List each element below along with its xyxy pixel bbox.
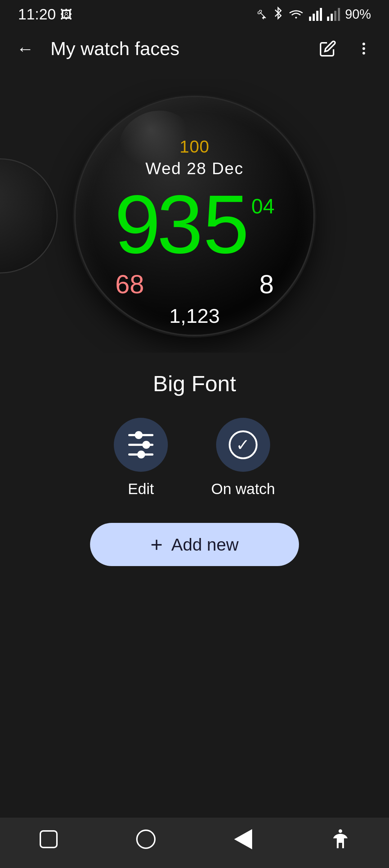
slider-line-2 [128,444,153,446]
key-icon: 🗝 [254,6,271,23]
sliders-icon [128,434,153,456]
toolbar-actions [313,34,378,63]
edit-button[interactable] [313,34,342,63]
signal-icon-1 [309,8,322,21]
on-watch-action-item[interactable]: ✓ On watch [211,418,275,498]
pencil-icon [319,40,336,57]
status-time: 11:20 [18,6,56,23]
more-options-button[interactable] [349,34,378,63]
add-new-section: + Add new [0,523,389,566]
battery-text: 90% [345,7,371,22]
watch-face-prev[interactable]: ♥ 68 1,123 ≋ 8 [0,158,58,273]
svg-point-8 [362,43,365,45]
watch-metric-left: 68 [115,270,144,299]
navigation-bar [0,818,389,868]
recent-apps-icon [40,830,58,848]
svg-point-9 [362,47,365,50]
on-watch-circle: ✓ [216,418,270,472]
app-bar: ← My watch faces [0,29,389,68]
add-new-button[interactable]: + Add new [90,523,299,566]
watch-minute: 35 [157,183,249,266]
back-arrow-icon: ← [17,39,34,59]
svg-rect-4 [327,17,329,21]
on-watch-label: On watch [211,480,275,498]
check-circle-icon: ✓ [229,430,258,459]
watch-face-content: 100 Wed 28 Dec 9 35 04 68 8 1,123 [76,97,313,335]
recent-apps-button[interactable] [31,825,67,854]
svg-point-10 [362,52,365,54]
home-icon [136,829,156,849]
accessibility-icon [330,828,351,850]
svg-rect-3 [320,8,322,21]
watch-face-name-section: Big Font [0,371,389,396]
watch-top-number: 100 [179,137,209,157]
signal-icon-2 [327,8,340,21]
watch-time-display: 9 35 04 [115,183,274,266]
status-time-group: 11:20 🖼 [18,6,72,23]
action-buttons: Edit ✓ On watch [0,418,389,498]
svg-rect-6 [334,11,336,21]
home-button[interactable] [128,825,164,854]
prev-watch-content: ♥ 68 1,123 ≋ 8 [0,159,57,272]
back-nav-icon [234,829,252,849]
svg-rect-0 [309,17,311,21]
back-nav-button[interactable] [225,825,261,854]
svg-rect-7 [338,8,340,21]
watch-metric-right: 8 [259,270,274,299]
status-image-icon: 🖼 [60,8,72,22]
slider-line-3 [128,453,153,456]
bluetooth-icon [273,6,283,22]
svg-rect-5 [331,14,333,21]
edit-label: Edit [128,480,154,498]
watch-face-name: Big Font [153,371,236,396]
add-new-plus-icon: + [151,534,163,555]
wifi-icon [288,8,304,21]
watch-metrics-row: 68 8 [76,270,313,299]
status-icons-group: 🗝 90% [256,6,371,22]
status-bar: 11:20 🖼 🗝 90% [0,0,389,29]
page-title: My watch faces [50,38,306,59]
watch-face-prev-inner: ♥ 68 1,123 ≋ 8 [0,159,57,272]
checkmark: ✓ [236,437,250,453]
watch-face-carousel: ♥ 68 1,123 ≋ 8 100 Wed 28 Dec 9 35 04 68… [0,79,389,353]
accessibility-button[interactable] [322,825,358,854]
back-button[interactable]: ← [11,34,40,63]
watch-date: Wed 28 Dec [146,159,243,178]
edit-circle [114,418,168,472]
watch-hour: 9 [115,183,157,266]
slider-line-1 [128,434,153,436]
more-vert-icon [356,41,372,56]
watch-steps: 1,123 [169,304,220,327]
svg-rect-2 [316,11,318,21]
edit-action-item[interactable]: Edit [114,418,168,498]
watch-face-main[interactable]: 100 Wed 28 Dec 9 35 04 68 8 1,123 [76,97,313,335]
add-new-text: Add new [171,535,239,555]
svg-rect-1 [313,14,315,21]
watch-seconds: 04 [251,194,275,218]
svg-point-11 [339,829,342,833]
